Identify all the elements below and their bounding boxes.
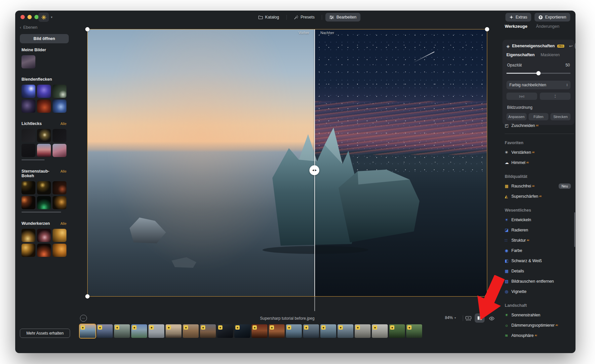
mapping-anpassen-button[interactable]: Anpassen: [506, 113, 527, 120]
filmstrip-thumbnail[interactable]: ◆: [183, 324, 199, 338]
filmstrip-thumbnail[interactable]: ◆: [80, 324, 96, 338]
image-canvas[interactable]: Vorher Nachher ◀▶: [87, 29, 487, 297]
slider-knob[interactable]: [536, 71, 541, 75]
filmstrip-thumbnail[interactable]: ◆: [114, 324, 130, 338]
filmstrip-thumbnail[interactable]: ◆: [269, 324, 285, 338]
back-to-layers[interactable]: ‹ Ebenen: [20, 25, 37, 30]
asset-thumbnail[interactable]: [21, 244, 35, 257]
filmstrip-thumbnail[interactable]: ◆: [406, 324, 422, 338]
mapping-strecken-button[interactable]: Strecken: [550, 113, 571, 120]
chevron-down-icon[interactable]: ▾: [51, 16, 53, 19]
filmstrip-thumbnail[interactable]: ◆: [200, 324, 216, 338]
blend-mode-dropdown[interactable]: Farbig nachbelichten ▴▾: [506, 81, 571, 89]
asset-thumbnail[interactable]: [37, 181, 51, 194]
asset-thumbnail[interactable]: [37, 144, 51, 157]
get-more-assets-button[interactable]: Mehr Assets erhalten: [20, 329, 70, 338]
see-all-link[interactable]: Alle: [60, 169, 66, 173]
opacity-slider[interactable]: [506, 71, 571, 75]
minimize-window-icon[interactable]: [27, 15, 32, 19]
window-controls[interactable]: [20, 15, 39, 19]
info-icon[interactable]: i: [575, 43, 575, 49]
asset-thumbnail[interactable]: [37, 229, 51, 242]
asset-thumbnail[interactable]: [21, 144, 35, 157]
tool-item[interactable]: ◪Radieren: [505, 225, 574, 235]
asset-thumbnail[interactable]: [21, 100, 35, 113]
open-image-button[interactable]: Bild öffnen: [20, 34, 69, 43]
asset-thumbnail[interactable]: [21, 129, 35, 142]
compare-divider[interactable]: [314, 29, 315, 297]
asset-thumbnail[interactable]: [21, 55, 35, 68]
asset-thumbnail[interactable]: [37, 129, 51, 142]
flip-vertical-button[interactable]: ▿▵: [540, 93, 571, 100]
filmstrip-thumbnail[interactable]: ◆: [97, 324, 113, 338]
scrollbar[interactable]: [21, 159, 45, 160]
tab-presets[interactable]: Presets: [290, 13, 318, 21]
undo-icon[interactable]: ↩: [569, 44, 573, 49]
subtab-eigenschaften[interactable]: Eigenschaften: [506, 53, 535, 57]
filmstrip-thumbnail[interactable]: ◆: [337, 324, 353, 338]
see-all-link[interactable]: Alle: [60, 122, 66, 126]
tab-bearbeiten[interactable]: Bearbeiten: [326, 13, 360, 21]
tool-item[interactable]: ◭SuperschärfenAI: [505, 191, 574, 201]
see-all-link[interactable]: Alle: [60, 222, 66, 225]
tool-group-header: Bildqualität: [505, 172, 574, 181]
tab-werkzeuge[interactable]: Werkzeuge: [505, 24, 527, 29]
asset-thumbnail[interactable]: [53, 144, 66, 157]
asset-thumbnail[interactable]: [53, 85, 66, 98]
filmstrip-thumbnail[interactable]: ◆: [148, 324, 164, 338]
scrollbar[interactable]: [574, 212, 575, 247]
asset-thumbnail[interactable]: [37, 196, 51, 209]
neu-badge: Neu: [559, 183, 571, 189]
filmstrip-thumbnail[interactable]: ◆: [286, 324, 302, 338]
filmstrip-thumbnail[interactable]: ◆: [303, 324, 319, 338]
tab-aenderungen[interactable]: Änderungen: [536, 24, 559, 29]
tool-zuschneiden[interactable]: ◰ Zuschneiden AI: [505, 120, 574, 131]
asset-thumbnail[interactable]: [21, 196, 35, 209]
filmstrip-thumbnail[interactable]: ◆: [355, 324, 371, 338]
tool-item[interactable]: ✳VerstärkenAI: [505, 147, 574, 157]
more-options-button[interactable]: ⋯: [80, 315, 87, 322]
asset-thumbnail[interactable]: [37, 100, 51, 113]
asset-thumbnail[interactable]: [53, 196, 66, 209]
asset-thumbnail[interactable]: [37, 244, 51, 257]
asset-thumbnail[interactable]: [21, 181, 35, 194]
asset-thumbnail[interactable]: [53, 181, 66, 194]
tab-katalog[interactable]: Katalog: [254, 13, 283, 21]
asset-thumbnail[interactable]: [21, 85, 35, 98]
asset-thumbnail[interactable]: [53, 244, 66, 257]
asset-thumbnail[interactable]: [21, 229, 35, 242]
structure-icon: ∷: [505, 238, 511, 243]
filmstrip-thumbnail[interactable]: ◆: [217, 324, 233, 338]
filmstrip-thumbnail[interactable]: ◆: [166, 324, 181, 338]
filmstrip-thumbnail[interactable]: ◆: [389, 324, 405, 338]
filmstrip-thumbnail[interactable]: ◆: [252, 324, 267, 338]
app-menu-button[interactable]: [38, 13, 49, 22]
mapping-fuellen-button[interactable]: Füllen: [529, 113, 549, 120]
tool-item[interactable]: ◉Farbe: [505, 245, 574, 256]
scrollbar[interactable]: [21, 212, 61, 213]
tool-item[interactable]: ▩RauschfreiAINeu: [505, 181, 574, 191]
subtab-maskieren[interactable]: Maskieren: [540, 53, 560, 57]
tool-item[interactable]: ≋AtmosphäreAI: [505, 330, 574, 341]
tool-item[interactable]: ☁HimmelAI: [505, 157, 574, 168]
filmstrip-thumbnail[interactable]: ◆: [234, 324, 250, 338]
tool-item[interactable]: ∷StrukturAI: [505, 235, 574, 245]
tool-item[interactable]: ☀Entwickeln: [505, 215, 574, 225]
tool-item[interactable]: ◧Schwarz & Weiß: [505, 256, 574, 266]
asset-thumbnail[interactable]: [37, 85, 51, 98]
filmstrip-thumbnail[interactable]: ◆: [320, 324, 336, 338]
zoom-level-dropdown[interactable]: 84% ▾: [445, 315, 456, 320]
filmstrip-toggle-button[interactable]: [464, 314, 473, 322]
filmstrip-thumbnail[interactable]: ◆: [372, 324, 388, 338]
close-window-icon[interactable]: [20, 15, 25, 19]
tutorial-badge-icon: ◆: [304, 325, 308, 330]
filmstrip-thumbnail[interactable]: ◆: [131, 324, 147, 338]
asset-thumbnail[interactable]: [53, 129, 66, 142]
flip-horizontal-button[interactable]: ▷|◁: [506, 93, 537, 100]
asset-sections: Meine BilderBlendenfleckenLichtlecksAlle…: [21, 48, 71, 265]
tool-item[interactable]: ▦Details: [505, 266, 574, 276]
tab-label: Presets: [300, 15, 314, 20]
compare-divider-handle[interactable]: ◀▶: [309, 165, 319, 175]
asset-thumbnail[interactable]: [53, 100, 66, 113]
asset-thumbnail[interactable]: [53, 229, 66, 242]
